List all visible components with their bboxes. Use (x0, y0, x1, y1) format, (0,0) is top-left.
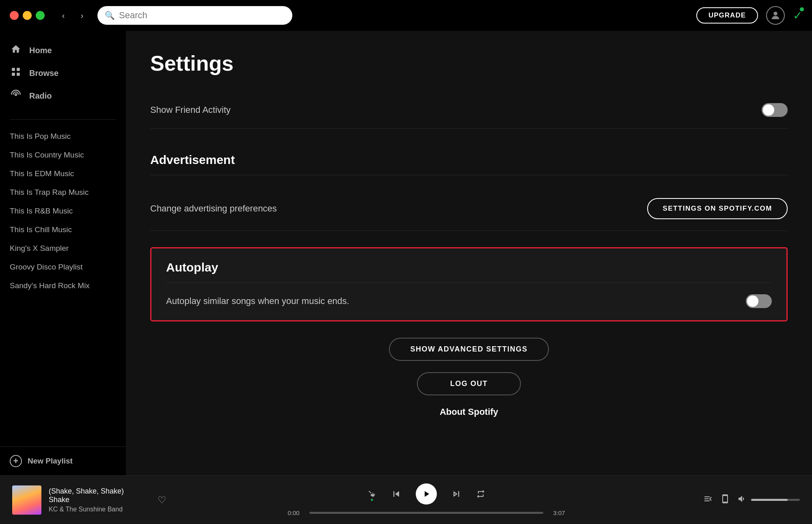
time-current: 0:00 (284, 509, 303, 516)
friend-activity-section: Show Friend Activity (150, 92, 788, 129)
svg-rect-1 (12, 68, 15, 71)
previous-button[interactable] (391, 488, 402, 500)
main-container: Home Browse Radio This Is Pop Music This… (0, 31, 812, 475)
autoplay-divider (166, 282, 772, 283)
sidebar-item-label-home: Home (29, 46, 52, 55)
search-input[interactable] (119, 10, 285, 21)
close-button[interactable] (10, 11, 19, 20)
like-button[interactable]: ♡ (158, 494, 166, 506)
friend-activity-toggle[interactable] (762, 103, 788, 117)
svg-rect-2 (17, 68, 20, 71)
volume-fill (751, 499, 788, 501)
queue-button[interactable] (703, 494, 713, 506)
playlist-list: This Is Pop Music This Is Country Music … (0, 128, 126, 446)
album-art-image (12, 485, 41, 515)
advertisement-heading: Advertisement (150, 145, 788, 167)
autoplay-label: Autoplay similar songs when your music e… (166, 296, 349, 306)
player-track: (Shake, Shake, Shake) Shake KC & The Sun… (12, 485, 166, 515)
next-button[interactable] (451, 488, 462, 500)
advertising-prefs-label: Change advertising preferences (150, 203, 277, 214)
svg-rect-3 (12, 73, 15, 76)
show-advanced-button[interactable]: SHOW ADVANCED SETTINGS (389, 338, 549, 361)
advertisement-divider (150, 175, 788, 175)
playlist-item-rnb[interactable]: This Is R&B Music (10, 203, 116, 220)
autoplay-row: Autoplay similar songs when your music e… (166, 294, 772, 308)
player-bar: (Shake, Shake, Shake) Shake KC & The Sun… (0, 475, 812, 524)
volume-icon[interactable] (737, 494, 747, 506)
titlebar: ‹ › 🔍 UPGRADE ✓ (0, 0, 812, 31)
maximize-button[interactable] (36, 11, 45, 20)
track-artist: KC & The Sunshine Band (49, 506, 145, 513)
sidebar-item-label-browse: Browse (29, 69, 58, 78)
autoplay-heading: Autoplay (166, 261, 772, 274)
plus-icon: + (10, 455, 22, 467)
track-name: (Shake, Shake, Shake) Shake (49, 487, 145, 504)
advertisement-section: Advertisement Change advertising prefere… (150, 145, 788, 231)
sidebar-item-radio[interactable]: Radio (10, 84, 116, 107)
search-icon: 🔍 (105, 11, 115, 20)
track-info: (Shake, Shake, Shake) Shake KC & The Sun… (49, 487, 145, 513)
browse-icon (10, 67, 22, 80)
settings-content: Settings Show Friend Activity Advertisem… (126, 31, 812, 475)
advertising-prefs-row: Change advertising preferences SETTINGS … (150, 187, 788, 231)
titlebar-right: UPGRADE ✓ (696, 6, 802, 25)
autoplay-section: Autoplay Autoplay similar songs when you… (150, 247, 788, 321)
progress-track[interactable] (309, 512, 543, 514)
friend-activity-label: Show Friend Activity (150, 105, 231, 115)
sidebar: Home Browse Radio This Is Pop Music This… (0, 31, 126, 475)
player-controls: 0:00 3:07 (175, 483, 678, 516)
new-playlist-label: New Playlist (28, 457, 73, 466)
playlist-item-kings-x[interactable]: King's X Sampler (10, 240, 116, 257)
playlist-item-chill[interactable]: This Is Chill Music (10, 221, 116, 238)
sidebar-divider (10, 119, 116, 120)
notification-icon: ✓ (793, 9, 802, 22)
control-buttons (367, 483, 486, 505)
autoplay-toggle[interactable] (746, 294, 772, 308)
shuffle-button[interactable] (367, 489, 377, 499)
svg-rect-4 (17, 73, 20, 76)
player-right (686, 494, 800, 506)
playlist-item-edm[interactable]: This Is EDM Music (10, 165, 116, 182)
album-art (12, 485, 41, 515)
sidebar-item-browse[interactable]: Browse (10, 62, 116, 84)
about-spotify-link[interactable]: About Spotify (440, 407, 498, 417)
friend-activity-row: Show Friend Activity (150, 92, 788, 129)
page-title: Settings (150, 51, 788, 75)
nav-back-button[interactable]: ‹ (56, 8, 71, 23)
svg-point-0 (773, 12, 777, 15)
playlist-item-groovy[interactable]: Groovy Disco Playlist (10, 259, 116, 276)
nav-forward-button[interactable]: › (75, 8, 89, 23)
user-avatar[interactable] (766, 6, 785, 25)
devices-button[interactable] (720, 494, 730, 506)
shuffle-active-dot (371, 499, 373, 501)
svg-point-5 (15, 94, 17, 95)
traffic-lights (10, 11, 45, 20)
radio-icon (10, 89, 22, 102)
logout-button[interactable]: LOG OUT (417, 372, 521, 395)
playlist-item-hard-rock[interactable]: Sandy's Hard Rock Mix (10, 277, 116, 294)
nav-arrows: ‹ › (56, 8, 89, 23)
playlist-item-trap-rap[interactable]: This Is Trap Rap Music (10, 184, 116, 201)
playlist-item-country[interactable]: This Is Country Music (10, 147, 116, 164)
volume-control (737, 494, 800, 506)
playlist-item-pop[interactable]: This Is Pop Music (10, 128, 116, 145)
repeat-button[interactable] (476, 489, 486, 499)
sidebar-nav: Home Browse Radio (0, 39, 126, 107)
search-bar[interactable]: 🔍 (97, 6, 292, 25)
play-button[interactable] (416, 483, 437, 505)
action-buttons: SHOW ADVANCED SETTINGS LOG OUT About Spo… (150, 338, 788, 417)
sidebar-item-home[interactable]: Home (10, 39, 116, 62)
minimize-button[interactable] (23, 11, 32, 20)
upgrade-button[interactable]: UPGRADE (696, 7, 758, 24)
sidebar-item-label-radio: Radio (29, 91, 52, 101)
time-total: 3:07 (550, 509, 568, 516)
settings-on-spotify-button[interactable]: SETTINGS ON SPOTIFY.COM (647, 198, 788, 219)
progress-bar: 0:00 3:07 (284, 509, 568, 516)
new-playlist-button[interactable]: + New Playlist (10, 455, 116, 467)
sidebar-bottom: + New Playlist (0, 446, 126, 475)
volume-track[interactable] (751, 499, 800, 501)
home-icon (10, 44, 22, 57)
